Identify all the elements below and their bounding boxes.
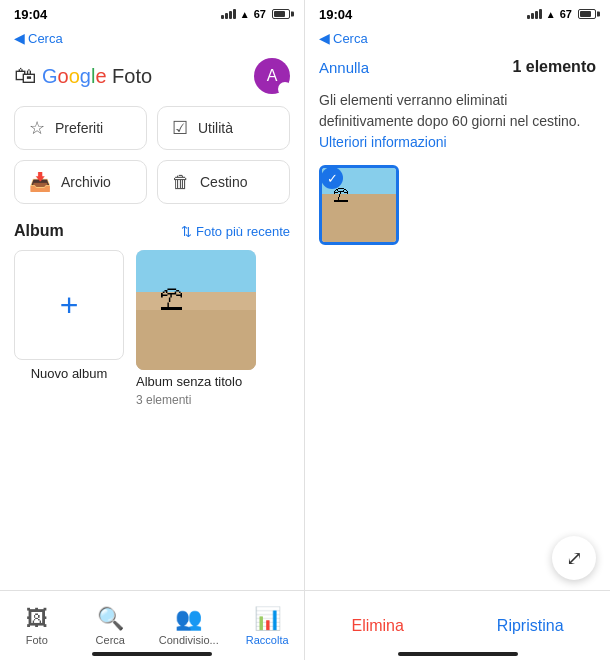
right-status-icons: ▲ 67 <box>527 8 596 20</box>
sort-icon: ⇅ <box>181 224 192 239</box>
expand-button[interactable]: ⤢ <box>552 536 596 580</box>
nav-label-condivisione: Condivisio... <box>159 634 219 646</box>
restore-button[interactable]: Ripristina <box>497 617 564 635</box>
nav-item-raccolta[interactable]: 📊 Raccolta <box>242 606 292 646</box>
album-card-0[interactable]: Album senza titolo 3 elementi <box>136 250 256 407</box>
album-thumbnail-0 <box>136 250 256 370</box>
right-time: 19:04 <box>319 7 352 22</box>
archivio-label: Archivio <box>61 174 111 190</box>
annulla-button[interactable]: Annulla <box>319 59 369 76</box>
avatar-label: A <box>267 67 278 85</box>
google-photos-logo: 🛍 Google Foto <box>14 63 152 89</box>
avatar[interactable]: A ✓ <box>254 58 290 94</box>
archivio-button[interactable]: 📥 Archivio <box>14 160 147 204</box>
foto-nav-icon: 🖼 <box>26 606 48 632</box>
utilita-button[interactable]: ☑ Utilità <box>157 106 290 150</box>
right-back-arrow-icon: ◀ <box>319 30 330 46</box>
left-panel: 19:04 ▲ 67 ◀ Cerca 🛍 Google Foto A ✓ <box>0 0 305 660</box>
google-photos-text: Google Foto <box>42 65 152 88</box>
new-album-label: Nuovo album <box>31 366 108 381</box>
delete-button[interactable]: Elimina <box>351 617 403 635</box>
new-album-card[interactable]: + Nuovo album <box>14 250 124 407</box>
utility-grid: ☆ Preferiti ☑ Utilità 📥 Archivio 🗑 Cesti… <box>0 106 304 218</box>
album-grid: + Nuovo album Album senza titolo 3 eleme… <box>0 250 304 407</box>
new-album-box[interactable]: + <box>14 250 124 360</box>
right-battery-label: 67 <box>560 8 572 20</box>
left-status-bar: 19:04 ▲ 67 <box>0 0 304 28</box>
back-arrow-icon: ◀ <box>14 30 25 46</box>
archive-icon: 📥 <box>29 171 51 193</box>
album-name-0: Album senza titolo <box>136 374 256 389</box>
preferiti-button[interactable]: ☆ Preferiti <box>14 106 147 150</box>
left-back-label: Cerca <box>28 31 63 46</box>
preferiti-label: Preferiti <box>55 120 103 136</box>
utility-icon: ☑ <box>172 117 188 139</box>
trash-info-text: Gli elementi verranno eliminati definiti… <box>319 92 581 129</box>
right-panel: 19:04 ▲ 67 ◀ Cerca Annulla 1 elemento Gl… <box>305 0 610 660</box>
album-count-0: 3 elementi <box>136 393 256 407</box>
raccolta-nav-icon: 📊 <box>254 606 281 632</box>
check-icon: ✓ <box>321 167 343 189</box>
trash-icon: 🗑 <box>172 172 190 193</box>
selected-photo-area: ✓ <box>305 165 610 261</box>
trash-info: Gli elementi verranno eliminati definiti… <box>305 82 610 165</box>
more-info-link[interactable]: Ulteriori informazioni <box>319 134 447 150</box>
right-signal-icon <box>527 9 542 19</box>
nav-item-foto[interactable]: 🖼 Foto <box>12 606 62 646</box>
right-battery-icon <box>578 9 596 19</box>
nav-label-foto: Foto <box>26 634 48 646</box>
sort-label: Foto più recente <box>196 224 290 239</box>
shop-icon: 🛍 <box>14 63 36 89</box>
sort-button[interactable]: ⇅ Foto più recente <box>181 224 290 239</box>
left-back-button[interactable]: ◀ Cerca <box>0 28 304 50</box>
cerca-nav-icon: 🔍 <box>97 606 124 632</box>
cestino-button[interactable]: 🗑 Cestino <box>157 160 290 204</box>
condivisione-nav-icon: 👥 <box>175 606 202 632</box>
right-status-bar: 19:04 ▲ 67 <box>305 0 610 28</box>
album-section-title: Album <box>14 222 64 240</box>
wifi-icon: ▲ <box>240 9 250 20</box>
right-header: Annulla 1 elemento <box>305 50 610 82</box>
right-home-indicator <box>398 652 518 656</box>
right-back-label: Cerca <box>333 31 368 46</box>
element-count: 1 elemento <box>512 58 596 76</box>
plus-icon: + <box>60 287 79 324</box>
right-wifi-icon: ▲ <box>546 9 556 20</box>
right-bottom-bar: Elimina Ripristina <box>305 590 610 660</box>
bottom-nav: 🖼 Foto 🔍 Cerca 👥 Condivisio... 📊 Raccolt… <box>0 590 304 660</box>
expand-icon: ⤢ <box>566 546 583 570</box>
avatar-badge: ✓ <box>278 82 292 96</box>
beach-image <box>136 250 256 370</box>
photo-item[interactable]: ✓ <box>319 165 399 245</box>
left-status-icons: ▲ 67 <box>221 8 290 20</box>
nav-label-cerca: Cerca <box>96 634 125 646</box>
utilita-label: Utilità <box>198 120 233 136</box>
battery-icon <box>272 9 290 19</box>
left-header: 🛍 Google Foto A ✓ <box>0 50 304 106</box>
signal-icon <box>221 9 236 19</box>
album-header: Album ⇅ Foto più recente <box>0 218 304 250</box>
battery-label: 67 <box>254 8 266 20</box>
nav-item-cerca[interactable]: 🔍 Cerca <box>85 606 135 646</box>
left-time: 19:04 <box>14 7 47 22</box>
nav-item-condivisione[interactable]: 👥 Condivisio... <box>159 606 219 646</box>
nav-label-raccolta: Raccolta <box>246 634 289 646</box>
right-back-button[interactable]: ◀ Cerca <box>305 28 610 50</box>
cestino-label: Cestino <box>200 174 247 190</box>
star-icon: ☆ <box>29 117 45 139</box>
left-home-indicator <box>92 652 212 656</box>
